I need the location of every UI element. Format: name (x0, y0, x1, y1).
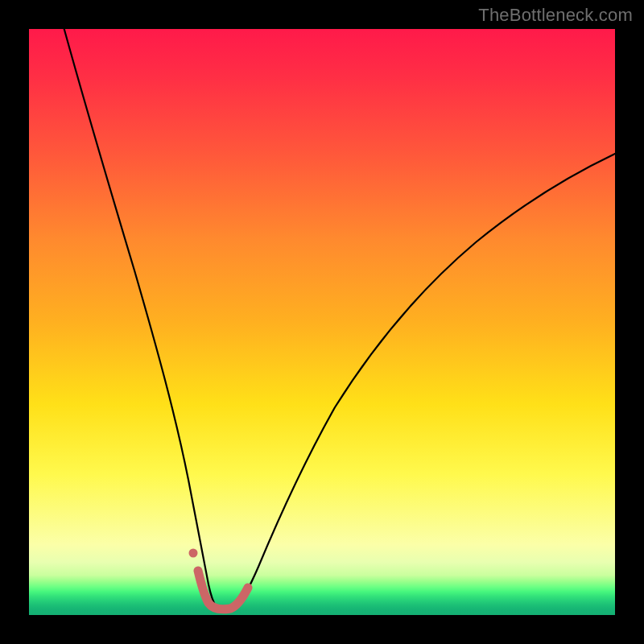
curve-svg (29, 29, 615, 615)
main-curve (64, 29, 615, 610)
highlight-dot (189, 549, 198, 558)
highlight-segment (198, 571, 248, 609)
plot-area (29, 29, 615, 615)
chart-frame: TheBottleneck.com (0, 0, 644, 644)
watermark-text: TheBottleneck.com (478, 5, 633, 26)
